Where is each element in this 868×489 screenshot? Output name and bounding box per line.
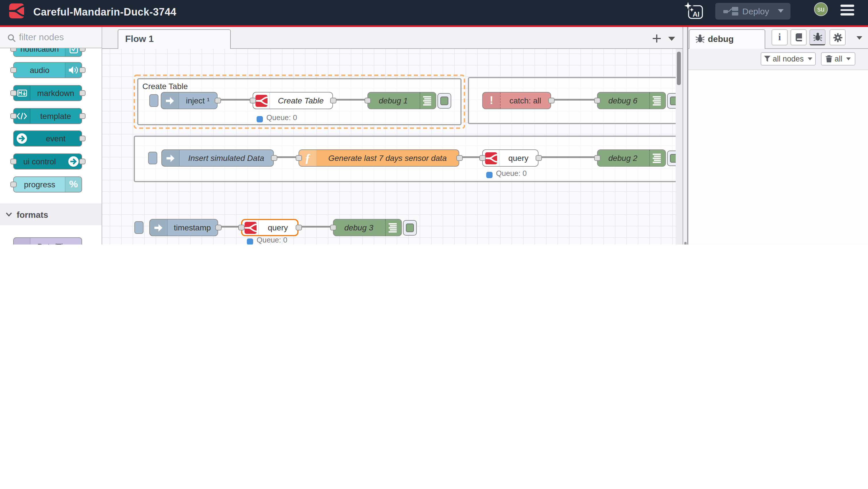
svg-text:AI: AI bbox=[693, 10, 700, 18]
